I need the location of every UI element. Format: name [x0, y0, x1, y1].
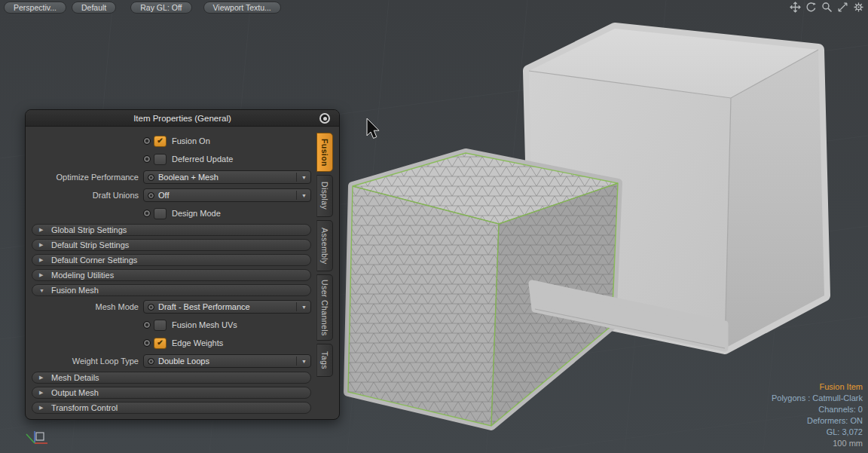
triangle-right-icon: ▶ — [39, 257, 45, 263]
section-default-strip-settings[interactable]: ▶ Default Strip Settings — [32, 239, 311, 251]
row-weight-loop-type: Weight Loop Type Double Loops ▼ — [32, 354, 311, 369]
section-label: Global Strip Settings — [51, 225, 127, 234]
tab-user-channels[interactable]: User Channels — [316, 274, 333, 341]
panel-body: ✔ Fusion On Deferred Update Optimize Per… — [26, 127, 339, 414]
row-mesh-mode: Mesh Mode Draft - Best Performance ▼ — [32, 299, 311, 314]
channel-dial-icon — [148, 358, 154, 365]
zoom-icon[interactable] — [821, 2, 833, 13]
panel-tab-strip: Fusion Display Assembly User Channels Ta… — [316, 133, 333, 377]
channel-dial-icon[interactable] — [143, 137, 151, 145]
row-optimize-performance: Optimize Performance Boolean + Mesh ▼ — [32, 170, 311, 185]
hud-polygons: Polygons : Catmull-Clark — [772, 393, 863, 404]
wireframe-mesh-overlay — [348, 153, 618, 426]
item-properties-panel: Item Properties (General) ✔ Fusion On — [25, 109, 340, 420]
ray-gl-button[interactable]: Ray GL: Off — [130, 2, 191, 14]
hud-gl-count: GL: 3,072 — [772, 427, 863, 438]
channel-dial-icon[interactable] — [143, 210, 151, 217]
check-icon: ✔ — [157, 137, 163, 145]
axis-indicator-icon — [26, 431, 47, 443]
tab-user-channels-label: User Channels — [320, 280, 329, 336]
row-deferred-update: Deferred Update — [32, 152, 311, 167]
section-fusion-mesh[interactable]: ▼ Fusion Mesh — [32, 284, 311, 296]
wireframe-cube[interactable] — [348, 153, 618, 426]
mouse-cursor — [367, 118, 379, 139]
hud-item-name: Fusion Item — [772, 381, 863, 393]
view-type-button[interactable]: Perspectiv... — [4, 2, 66, 14]
edge-weights-label: Edge Weights — [172, 338, 223, 347]
maximize-viewport-icon[interactable] — [837, 2, 848, 13]
shading-style-button[interactable]: Default — [72, 2, 116, 14]
draft-unions-dropdown[interactable]: Off ▼ — [143, 188, 311, 202]
channel-dial-icon — [148, 304, 154, 311]
mesh-mode-value: Draft - Best Performance — [158, 302, 292, 311]
hud-channels: Channels: 0 — [772, 404, 863, 415]
weight-loop-type-dropdown[interactable]: Double Loops ▼ — [143, 354, 311, 368]
channel-dial-icon[interactable] — [143, 321, 151, 329]
row-edge-weights: ✔ Edge Weights — [32, 335, 311, 350]
triangle-right-icon: ▶ — [39, 227, 45, 233]
chevron-down-icon: ▼ — [296, 191, 307, 200]
triangle-right-icon: ▶ — [39, 242, 45, 248]
viewport-toolbar: Perspectiv... Default Ray GL: Off Viewpo… — [4, 2, 281, 14]
hud-grid-scale: 100 mm — [772, 438, 863, 449]
tab-tags[interactable]: Tags — [316, 344, 333, 377]
tab-display-label: Display — [320, 182, 329, 210]
optimize-performance-value: Boolean + Mesh — [158, 173, 292, 182]
tab-tags-label: Tags — [320, 351, 329, 369]
fusion-on-checkbox[interactable]: ✔ — [154, 136, 167, 147]
draft-unions-label: Draft Unions — [32, 191, 143, 200]
triangle-right-icon: ▶ — [39, 390, 45, 396]
optimize-performance-label: Optimize Performance — [32, 173, 143, 182]
row-fusion-mesh-uvs: Fusion Mesh UVs — [32, 317, 311, 332]
panel-header[interactable]: Item Properties (General) — [26, 110, 339, 127]
triangle-right-icon: ▶ — [39, 375, 45, 381]
chevron-down-icon: ▼ — [296, 357, 307, 366]
fusion-mesh-uvs-label: Fusion Mesh UVs — [172, 320, 237, 329]
section-default-corner-settings[interactable]: ▶ Default Corner Settings — [32, 254, 311, 266]
pan-move-icon[interactable] — [790, 2, 801, 13]
chevron-down-icon: ▼ — [296, 302, 307, 311]
tab-fusion-label: Fusion — [320, 139, 329, 167]
viewport-textures-button[interactable]: Viewport Textu... — [203, 2, 281, 14]
deferred-update-label: Deferred Update — [172, 155, 233, 164]
optimize-performance-dropdown[interactable]: Boolean + Mesh ▼ — [143, 170, 311, 184]
modo-application-window: Perspectiv... Default Ray GL: Off Viewpo… — [0, 0, 868, 453]
mesh-mode-label: Mesh Mode — [32, 302, 143, 311]
fusion-on-label: Fusion On — [172, 136, 210, 145]
section-transform-control[interactable]: ▶ Transform Control — [32, 402, 311, 414]
design-mode-label: Design Mode — [172, 209, 221, 218]
deferred-update-checkbox[interactable] — [154, 154, 167, 165]
fusion-mesh-uvs-checkbox[interactable] — [154, 320, 167, 331]
tab-display[interactable]: Display — [316, 175, 333, 217]
section-mesh-details[interactable]: ▶ Mesh Details — [32, 372, 311, 384]
design-mode-checkbox[interactable] — [154, 208, 167, 219]
panel-title: Item Properties (General) — [133, 114, 231, 123]
tab-assembly[interactable]: Assembly — [316, 220, 333, 271]
section-label: Output Mesh — [51, 388, 99, 397]
channel-dial-icon[interactable] — [143, 339, 151, 347]
hud-deformers: Deformers: ON — [772, 415, 863, 427]
mesh-mode-dropdown[interactable]: Draft - Best Performance ▼ — [143, 300, 311, 314]
viewport-settings-gear-icon[interactable] — [853, 2, 864, 13]
triangle-right-icon: ▶ — [39, 405, 45, 411]
rotate-view-icon[interactable] — [805, 2, 817, 13]
triangle-right-icon: ▶ — [39, 272, 45, 278]
section-label: Default Corner Settings — [51, 256, 137, 265]
edge-weights-checkbox[interactable]: ✔ — [154, 338, 167, 349]
tab-fusion[interactable]: Fusion — [316, 133, 333, 172]
weight-loop-type-label: Weight Loop Type — [32, 357, 143, 366]
panel-target-icon[interactable] — [319, 113, 330, 124]
section-label: Fusion Mesh — [51, 286, 99, 295]
row-design-mode: Design Mode — [32, 206, 311, 221]
channel-dial-icon[interactable] — [143, 155, 151, 163]
section-output-mesh[interactable]: ▶ Output Mesh — [32, 387, 311, 399]
section-modeling-utilities[interactable]: ▶ Modeling Utilities — [32, 269, 311, 281]
row-fusion-on: ✔ Fusion On — [32, 133, 311, 148]
section-global-strip-settings[interactable]: ▶ Global Strip Settings — [32, 224, 311, 236]
triangle-down-icon: ▼ — [39, 288, 45, 293]
viewport-icon-strip — [790, 2, 864, 13]
viewport-info-hud: Fusion Item Polygons : Catmull-Clark Cha… — [772, 381, 863, 449]
channel-dial-icon — [148, 192, 154, 199]
tab-assembly-label: Assembly — [320, 228, 329, 265]
chevron-down-icon: ▼ — [296, 173, 307, 182]
